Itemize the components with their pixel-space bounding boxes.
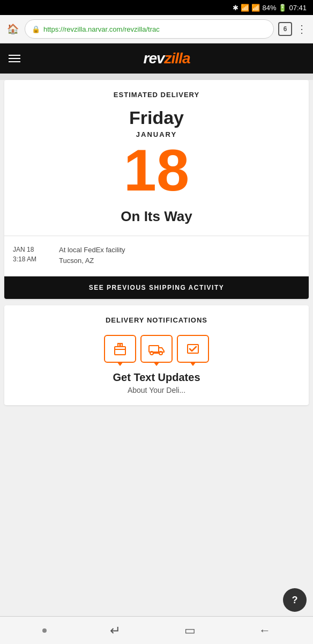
battery-icon: 🔋 bbox=[278, 4, 287, 12]
battery-percent: 84% bbox=[262, 4, 276, 12]
wifi-icon: 📶 bbox=[251, 4, 260, 12]
bluetooth-icon: ✱ bbox=[233, 4, 239, 12]
truck-notification-icon bbox=[140, 335, 173, 363]
delivery-day: Friday bbox=[13, 107, 300, 128]
get-text-sublabel: About Your Deli... bbox=[13, 386, 300, 394]
status-bar: ✱ 📶 📶 84% 🔋 07:41 bbox=[0, 0, 313, 15]
logo-zilla: zilla bbox=[165, 50, 190, 67]
svg-point-4 bbox=[150, 352, 153, 355]
more-options-icon[interactable]: ⋮ bbox=[296, 24, 308, 34]
svg-rect-3 bbox=[149, 346, 159, 352]
delivery-header: ESTIMATED DELIVERY Friday JANUARY 18 On … bbox=[4, 80, 309, 236]
hamburger-line-2 bbox=[9, 58, 20, 59]
delivery-date: 18 bbox=[13, 141, 300, 200]
svg-point-5 bbox=[159, 352, 162, 355]
site-header: revzilla bbox=[0, 43, 313, 74]
nav-back-icon[interactable]: ← bbox=[259, 624, 271, 638]
get-text-label: Get Text Updates bbox=[13, 371, 300, 384]
delivery-card: ESTIMATED DELIVERY Friday JANUARY 18 On … bbox=[4, 80, 309, 299]
nav-dot-icon bbox=[42, 628, 47, 633]
logo-rev: rev bbox=[144, 50, 165, 67]
help-icon: ? bbox=[292, 595, 298, 606]
activity-detail-line2: Tucson, AZ bbox=[59, 257, 94, 265]
home-button[interactable]: 🏠 bbox=[5, 21, 20, 36]
revzilla-logo: revzilla bbox=[29, 50, 304, 67]
nav-rect-icon[interactable]: ▭ bbox=[184, 624, 196, 638]
address-bar[interactable]: 🔒 https://revzilla.narvar.com/revzilla/t… bbox=[25, 19, 274, 39]
status-icons: ✱ 📶 📶 84% 🔋 07:41 bbox=[233, 4, 307, 12]
shipping-activity-row: JAN 18 3:18 AM At local FedEx facility T… bbox=[4, 236, 309, 274]
prev-activity-button[interactable]: SEE PREVIOUS SHIPPING ACTIVITY bbox=[4, 276, 309, 299]
tab-count[interactable]: 6 bbox=[278, 22, 292, 36]
clock: 07:41 bbox=[289, 4, 307, 12]
checkmark-notification-icon bbox=[177, 335, 209, 363]
shipping-time: JAN 18 3:18 AM bbox=[13, 245, 50, 266]
activity-detail-line1: At local FedEx facility bbox=[59, 246, 125, 254]
shipping-detail: At local FedEx facility Tucson, AZ bbox=[59, 245, 125, 266]
bottom-nav: ↵ ▭ ← bbox=[0, 616, 313, 644]
logo-text: revzilla bbox=[144, 50, 190, 67]
hamburger-menu[interactable] bbox=[9, 55, 20, 62]
activity-date: JAN 18 bbox=[13, 246, 34, 253]
activity-time: 3:18 AM bbox=[13, 255, 36, 263]
help-button[interactable]: ? bbox=[283, 588, 307, 612]
nav-return-icon[interactable]: ↵ bbox=[110, 623, 121, 638]
svg-rect-0 bbox=[115, 347, 125, 355]
signal-icon: 📶 bbox=[241, 4, 249, 12]
hamburger-line-3 bbox=[9, 61, 20, 62]
notification-icons-row bbox=[13, 335, 300, 363]
browser-toolbar: 🏠 🔒 https://revzilla.narvar.com/revzilla… bbox=[0, 15, 313, 43]
lock-icon: 🔒 bbox=[32, 25, 40, 33]
url-text: https://revzilla.narvar.com/revzilla/tra… bbox=[43, 25, 267, 33]
notifications-label: DELIVERY NOTIFICATIONS bbox=[13, 316, 300, 324]
hamburger-line-1 bbox=[9, 55, 20, 56]
delivery-status: On Its Way bbox=[13, 204, 300, 236]
package-notification-icon bbox=[104, 335, 136, 363]
notifications-card: DELIVERY NOTIFICATIONS bbox=[4, 305, 309, 405]
main-content: ESTIMATED DELIVERY Friday JANUARY 18 On … bbox=[0, 80, 313, 617]
estimated-label: ESTIMATED DELIVERY bbox=[13, 91, 300, 99]
browser-chrome: 🏠 🔒 https://revzilla.narvar.com/revzilla… bbox=[0, 15, 313, 43]
